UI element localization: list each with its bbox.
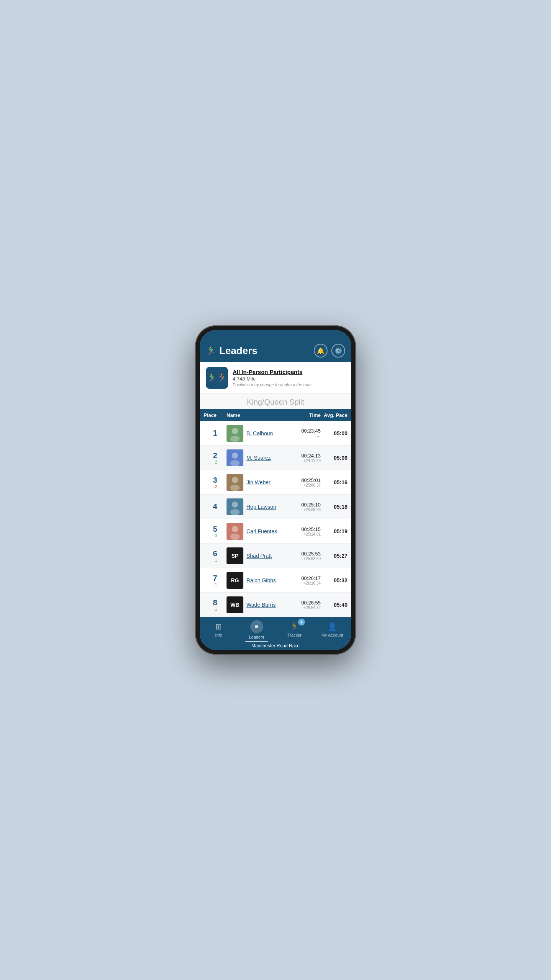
header-title: Leaders	[219, 345, 258, 357]
time-main: 00:26:17	[286, 575, 321, 581]
time-cell: 00:26:17 +26:16.34	[286, 575, 321, 585]
pace-cell: 05:27	[321, 553, 347, 559]
table-row[interactable]: 8 ↓1 WB Wade Burris 00:26:55 +26:54.32 0…	[200, 593, 351, 617]
race-info-bar: 🏃‍♂️🏃‍♀️ All In-Person Participants 4.74…	[200, 362, 351, 394]
nav-item-leaders[interactable]: ≡ Leaders	[238, 617, 276, 642]
place-cell: 1	[204, 429, 227, 438]
racer-name[interactable]: Ralph Gibbs	[246, 577, 276, 583]
table-row[interactable]: 6 ↑1 SP Shad Pratt 00:25:53 +25:52.60 05…	[200, 544, 351, 568]
place-change: ↓1	[213, 607, 217, 611]
nav-label-info: Info	[215, 633, 222, 637]
pace-cell: 05:32	[321, 577, 347, 583]
racer-name[interactable]: M. Suarez	[246, 455, 271, 461]
svg-point-7	[232, 477, 238, 483]
tracker-icon: 🏃	[290, 622, 299, 631]
place-change: ↑2	[213, 460, 217, 464]
time-cell: 00:25:01 +25:00.37	[286, 477, 321, 487]
table-row[interactable]: 4 Hop Lawson 00:25:10 +25:09.86 05:18	[200, 495, 351, 519]
avatar-initials: RG	[227, 572, 243, 589]
place-change: ↓1	[213, 583, 217, 587]
place-cell: 8 ↓1	[204, 598, 227, 611]
place-number: 5	[213, 525, 217, 534]
time-diff: +26:16.34	[286, 581, 321, 585]
avatar	[227, 498, 243, 515]
time-diff: +26:54.32	[286, 606, 321, 610]
name-cell: B. Calhoun	[227, 425, 286, 442]
table-row[interactable]: 3 ↓2 Jin Weber 00:25:01 +25:00.37 05:16	[200, 470, 351, 495]
svg-point-8	[230, 485, 240, 491]
time-diff: +25:14.61	[286, 532, 321, 536]
racer-name[interactable]: Wade Burris	[246, 602, 276, 608]
footer-text: Manchester Road Race	[251, 643, 300, 648]
account-icon: 👤	[328, 622, 337, 631]
svg-point-1	[232, 428, 238, 434]
col-pace: Avg. Pace	[321, 412, 347, 418]
status-bar	[200, 330, 351, 341]
place-cell: 7 ↓1	[204, 574, 227, 587]
place-change: ↓2	[213, 485, 217, 489]
time-main: 00:24:13	[286, 453, 321, 459]
race-distance: 4.748 Mile	[233, 376, 311, 382]
time-main: 00:26:55	[286, 600, 321, 606]
name-cell: M. Suarez	[227, 449, 286, 466]
svg-point-4	[232, 452, 238, 459]
svg-point-11	[230, 509, 240, 515]
phone-screen: 🏃‍♂️ Leaders 🔔 ⚙️ 🏃‍♂️🏃‍♀️ All In-Person…	[200, 330, 351, 650]
phone-frame: 🏃‍♂️ Leaders 🔔 ⚙️ 🏃‍♂️🏃‍♀️ All In-Person…	[195, 325, 356, 655]
place-cell: 3 ↓2	[204, 476, 227, 489]
place-number: 6	[213, 549, 217, 558]
header-actions: 🔔 ⚙️	[314, 344, 345, 358]
time-diff: +25:09.86	[286, 508, 321, 512]
name-cell: SP Shad Pratt	[227, 547, 286, 564]
racer-name[interactable]: Jin Weber	[246, 479, 271, 485]
pace-cell: 05:19	[321, 528, 347, 534]
race-details: All In-Person Participants 4.748 Mile Po…	[233, 369, 311, 387]
time-diff: +24:12.89	[286, 459, 321, 463]
runners-icon: 🏃‍♂️🏃‍♀️	[207, 373, 227, 383]
avatar	[227, 449, 243, 466]
avatar-initials: SP	[227, 547, 243, 564]
notification-button[interactable]: 🔔	[314, 344, 328, 358]
app-header: 🏃‍♂️ Leaders 🔔 ⚙️	[200, 341, 351, 362]
svg-point-14	[230, 534, 240, 540]
table-row[interactable]: 2 ↑2 M. Suarez 00:24:13 +24:12.89 05:06	[200, 446, 351, 470]
table-row[interactable]: 1 B. Calhoun 00:23:45 --- 05:00	[200, 421, 351, 446]
time-cell: 00:24:13 +24:12.89	[286, 453, 321, 463]
header-left: 🏃‍♂️ Leaders	[206, 345, 258, 357]
bottom-navigation: ⊞ Info ≡ Leaders 4 🏃 Tracker 👤 My Accoun…	[200, 617, 351, 642]
avatar	[227, 523, 243, 540]
place-change: ↑3	[213, 534, 217, 538]
avatar	[227, 474, 243, 491]
col-place: Place	[204, 412, 227, 418]
race-note: Positions may change throughout the race	[233, 382, 311, 387]
table-row[interactable]: 7 ↓1 RG Ralph Gibbs 00:26:17 +26:16.34 0…	[200, 568, 351, 593]
settings-button[interactable]: ⚙️	[331, 344, 345, 358]
time-cell: 00:25:15 +25:14.61	[286, 526, 321, 536]
split-label: King/Queen Split	[200, 394, 351, 409]
svg-point-10	[232, 501, 238, 508]
pace-cell: 05:16	[321, 479, 347, 485]
pace-cell: 05:06	[321, 455, 347, 461]
nav-item-info[interactable]: ⊞ Info	[200, 617, 238, 642]
leaderboard-list[interactable]: 1 B. Calhoun 00:23:45 --- 05:00 2 ↑2	[200, 421, 351, 617]
info-icon: ⊞	[215, 622, 222, 631]
racer-name[interactable]: Shad Pratt	[246, 553, 272, 559]
svg-point-13	[232, 526, 238, 532]
pace-cell: 05:18	[321, 504, 347, 510]
name-cell: Carl Fuentes	[227, 523, 286, 540]
nav-item-my-account[interactable]: 👤 My Account	[313, 617, 351, 642]
racer-name[interactable]: B. Calhoun	[246, 430, 273, 436]
racer-name[interactable]: Carl Fuentes	[246, 528, 277, 534]
table-row[interactable]: 5 ↑3 Carl Fuentes 00:25:15 +25:14.61 05:…	[200, 519, 351, 544]
place-number: 3	[213, 476, 217, 485]
svg-point-2	[230, 436, 240, 442]
pace-cell: 05:00	[321, 430, 347, 436]
tracker-badge: 4	[298, 619, 305, 626]
pace-cell: 05:40	[321, 602, 347, 608]
nav-item-tracker[interactable]: 4 🏃 Tracker	[276, 617, 313, 642]
table-header: Place Name Time Avg. Pace	[200, 409, 351, 421]
racer-name[interactable]: Hop Lawson	[246, 504, 276, 510]
place-number: 2	[213, 451, 217, 460]
time-dash: ---	[286, 434, 321, 438]
place-cell: 5 ↑3	[204, 525, 227, 538]
